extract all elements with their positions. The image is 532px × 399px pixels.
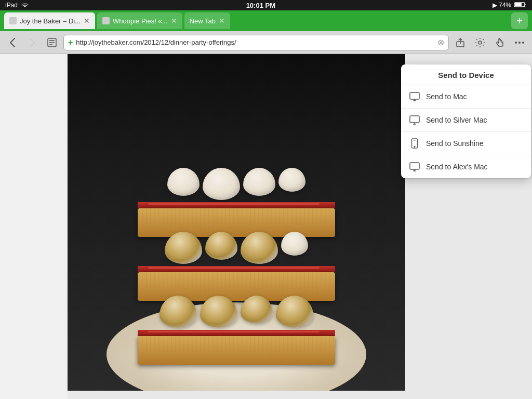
more-button[interactable] — [511, 34, 528, 51]
food-image — [68, 54, 405, 391]
send-to-alexs-mac-label: Send to Alex's Mac — [426, 163, 488, 171]
tab-favicon-1 — [9, 17, 17, 24]
marshmallow — [167, 168, 200, 196]
svg-point-7 — [478, 41, 482, 44]
desktop-icon-3 — [409, 162, 420, 172]
svg-point-8 — [515, 42, 517, 44]
marshmallow-row-middle — [138, 232, 335, 264]
marshmallow — [243, 168, 275, 196]
status-bar: iPad 10:01 PM ▶ 74% — [0, 0, 532, 10]
send-to-mac-label: Send to Mac — [426, 92, 467, 101]
send-to-device-popup: Send to Device Send to Mac Send to Silve… — [401, 64, 531, 178]
tab-label-1: Joy the Baker – Di... — [20, 17, 81, 25]
marshmallow-row-top — [138, 296, 335, 328]
marshmallow — [241, 296, 273, 324]
tab-close-2[interactable]: ✕ — [171, 17, 177, 24]
wifi-icon — [21, 2, 29, 9]
bars-stack — [138, 168, 335, 360]
send-to-alexs-mac-item[interactable]: Send to Alex's Mac — [401, 155, 531, 178]
tab-label-3: New Tab — [190, 17, 216, 25]
marshmallow — [278, 168, 305, 192]
svg-rect-1 — [515, 3, 522, 6]
marshmallow — [200, 296, 237, 328]
share-button[interactable] — [452, 34, 469, 51]
svg-point-14 — [414, 146, 415, 147]
desktop-icon — [409, 91, 420, 102]
svg-point-9 — [518, 42, 521, 44]
send-to-sunshine-label: Send to Sunshine — [426, 139, 484, 148]
touch-button[interactable] — [491, 34, 508, 51]
svg-rect-16 — [410, 163, 419, 169]
tab-favicon-2 — [102, 17, 110, 24]
send-to-silver-mac-label: Send to Silver Mac — [426, 116, 487, 124]
marshmallow — [281, 232, 308, 256]
marshmallow-row-bottom — [138, 168, 335, 200]
tab-whoopie[interactable]: Whoopie Pies! «... ✕ — [97, 12, 182, 29]
svg-rect-11 — [410, 92, 419, 99]
settings-button[interactable] — [472, 34, 488, 51]
bar-layer-bottom — [138, 168, 335, 237]
url-plus-icon: + — [68, 38, 73, 47]
url-text: http://joythebaker.com/2012/12/dinner-pa… — [76, 38, 434, 46]
marshmallow — [159, 296, 197, 328]
tab-label-2: Whoopie Pies! «... — [113, 17, 168, 25]
device-label: iPad — [5, 2, 18, 9]
tab-joy-baker[interactable]: Joy the Baker – Di... ✕ — [4, 12, 95, 29]
jam-layer — [138, 330, 335, 336]
bar-layer-top — [138, 296, 335, 365]
marshmallow — [205, 232, 237, 260]
marshmallow — [165, 232, 202, 264]
phone-icon — [409, 138, 420, 149]
desktop-icon-2 — [409, 115, 420, 125]
marshmallow — [241, 232, 278, 264]
tab-close-1[interactable]: ✕ — [84, 17, 90, 24]
time-display: 10:01 PM — [246, 2, 275, 9]
content-area: Send to Device Send to Mac Send to Silve… — [0, 54, 532, 399]
tab-close-3[interactable]: ✕ — [219, 17, 225, 24]
dropdown-title: Send to Device — [401, 64, 531, 85]
url-bar[interactable]: + http://joythebaker.com/2012/12/dinner-… — [63, 35, 449, 50]
tab-bar: Joy the Baker – Di... ✕ Whoopie Pies! «.… — [0, 10, 532, 31]
new-tab-button[interactable]: + — [511, 12, 528, 29]
food-visual — [68, 54, 405, 391]
status-left: iPad — [5, 2, 29, 9]
jam-layer — [138, 202, 335, 208]
signal-icon: ▶ 74% — [493, 2, 511, 9]
send-to-mac-item[interactable]: Send to Mac — [401, 85, 531, 109]
marshmallow — [276, 296, 313, 328]
bar-layer-middle — [138, 232, 335, 301]
send-to-sunshine-item[interactable]: Send to Sunshine — [401, 132, 531, 155]
white-side-panel — [0, 54, 68, 399]
forward-button[interactable] — [24, 34, 41, 51]
marshmallow — [203, 168, 240, 200]
tab-new[interactable]: New Tab ✕ — [184, 12, 230, 29]
bookmarks-button[interactable] — [44, 34, 60, 51]
url-clear-icon[interactable]: ⊗ — [437, 37, 444, 47]
svg-point-10 — [522, 42, 524, 44]
back-button[interactable] — [4, 34, 21, 51]
status-right: ▶ 74% — [493, 2, 527, 9]
battery-icon — [514, 2, 527, 9]
nav-bar: + http://joythebaker.com/2012/12/dinner-… — [0, 31, 532, 54]
cookie-base — [138, 336, 335, 365]
jam-layer — [138, 266, 335, 272]
svg-rect-12 — [410, 116, 419, 123]
send-to-silver-mac-item[interactable]: Send to Silver Mac — [401, 109, 531, 132]
